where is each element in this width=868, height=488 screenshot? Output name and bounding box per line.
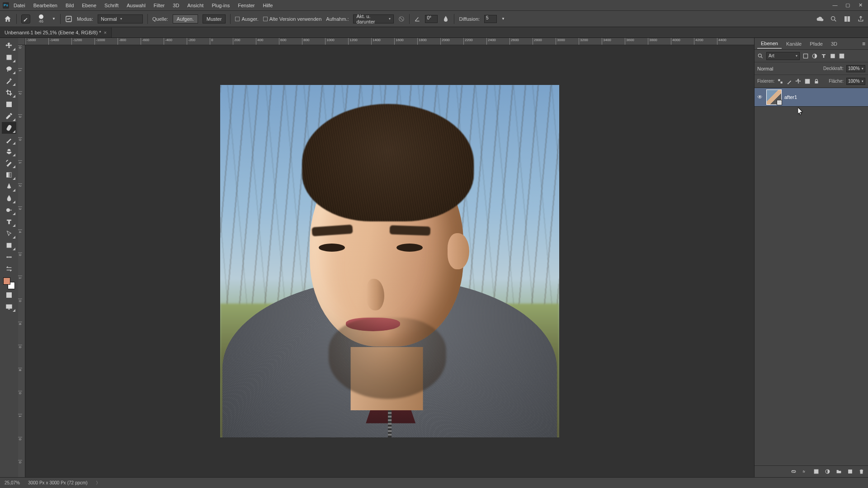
chevron-down-icon[interactable]: ▼ — [52, 17, 56, 21]
menu-bar: Ps Datei Bearbeiten Bild Ebene Schrift A… — [0, 0, 868, 11]
aligned-checkbox[interactable]: Ausger. — [235, 16, 258, 22]
menu-plugins[interactable]: Plug-ins — [208, 1, 233, 9]
window-maximize-icon[interactable]: ▢ — [844, 2, 851, 8]
color-swatch[interactable] — [3, 277, 15, 289]
healing-brush-tool[interactable] — [2, 122, 16, 134]
move-tool[interactable] — [2, 40, 16, 52]
layer-filter-dropdown[interactable]: Art — [766, 52, 800, 60]
fill-input[interactable]: 100% — [846, 78, 865, 85]
canvas-area[interactable]: -1600-1400-1200-1000-800-600-400-2000200… — [18, 38, 754, 477]
tab-3d[interactable]: 3D — [827, 39, 841, 48]
type-tool[interactable] — [2, 216, 16, 228]
source-pattern-button[interactable]: Muster — [203, 14, 226, 23]
layer-name[interactable]: after1 — [784, 94, 797, 100]
menu-file[interactable]: Datei — [10, 1, 29, 9]
close-tab-icon[interactable]: × — [104, 30, 106, 35]
tool-preset-icon[interactable] — [21, 14, 30, 23]
menu-layer[interactable]: Ebene — [78, 1, 100, 9]
search-icon[interactable] — [757, 53, 764, 59]
trash-icon[interactable] — [859, 469, 864, 474]
visibility-icon[interactable]: 👁 — [756, 94, 764, 100]
menu-window[interactable]: Fenster — [234, 1, 258, 9]
eyedropper-tool[interactable] — [2, 110, 16, 122]
source-sampled-button[interactable]: Aufgen. — [173, 14, 198, 23]
status-arrow-icon[interactable]: 〉 — [96, 480, 100, 486]
screenmode-tool[interactable] — [2, 301, 16, 313]
home-icon[interactable] — [4, 15, 12, 23]
cloud-icon[interactable] — [816, 15, 824, 23]
edit-toolbar-icon[interactable] — [2, 263, 16, 275]
lock-trans-icon[interactable] — [777, 78, 783, 84]
gradient-tool[interactable] — [2, 169, 16, 181]
search-icon[interactable] — [830, 15, 837, 23]
blend-mode-dropdown[interactable]: Normal — [98, 14, 143, 23]
filter-adjust-icon[interactable] — [811, 53, 818, 59]
layer-thumbnail[interactable]: ▣ — [766, 89, 782, 105]
link-icon[interactable] — [791, 469, 797, 474]
workspace-icon[interactable] — [844, 15, 851, 23]
canvas-image[interactable] — [220, 85, 559, 437]
history-brush-tool[interactable] — [2, 157, 16, 169]
diffusion-input[interactable]: 5 — [484, 15, 497, 23]
lock-pixel-icon[interactable] — [786, 78, 793, 84]
window-close-icon[interactable]: ✕ — [857, 2, 863, 8]
lock-pos-icon[interactable] — [795, 78, 802, 84]
mask-icon[interactable] — [813, 469, 819, 474]
new-layer-icon[interactable] — [847, 469, 853, 474]
brush-panel-icon[interactable] — [65, 15, 72, 23]
group-icon[interactable] — [836, 469, 842, 474]
brush-preview[interactable]: 46 — [35, 14, 47, 23]
ignore-adjust-icon[interactable] — [398, 16, 405, 22]
wand-tool[interactable] — [2, 75, 16, 87]
frame-tool[interactable] — [2, 99, 16, 110]
menu-edit[interactable]: Bearbeiten — [30, 1, 61, 9]
zoom-level[interactable]: 25,07% — [5, 480, 20, 485]
filter-shape-icon[interactable] — [830, 53, 836, 59]
vertical-ruler: 01230123401060801000 — [18, 45, 25, 477]
menu-image[interactable]: Bild — [62, 1, 77, 9]
chevron-down-icon[interactable]: ▼ — [501, 17, 505, 21]
window-minimize-icon[interactable]: — — [832, 2, 838, 8]
angle-icon[interactable] — [414, 16, 420, 22]
clone-stamp-tool[interactable] — [2, 145, 16, 157]
lock-nest-icon[interactable] — [804, 78, 811, 84]
layer-row[interactable]: 👁 ▣ after1 — [755, 88, 868, 107]
opacity-input[interactable]: 100% — [846, 65, 865, 72]
lock-all-icon[interactable] — [813, 78, 820, 84]
menu-type[interactable]: Schrift — [101, 1, 122, 9]
document-tab[interactable]: Unbenannt-1 bei 25,1% (Ebene 4, RGB/8) *… — [0, 28, 112, 38]
shape-tool[interactable] — [2, 239, 16, 251]
path-select-tool[interactable] — [2, 228, 16, 239]
menu-view[interactable]: Ansicht — [184, 1, 207, 9]
brush-tool[interactable] — [2, 134, 16, 145]
angle-input[interactable]: 0° — [425, 15, 438, 23]
menu-help[interactable]: Hilfe — [259, 1, 276, 9]
pen-tool[interactable] — [2, 181, 16, 192]
panel-menu-icon[interactable]: ≡ — [862, 41, 865, 47]
more-tool[interactable] — [2, 251, 16, 263]
quickmask-tool[interactable] — [2, 289, 16, 301]
filter-type-icon[interactable] — [821, 53, 827, 59]
sample-dropdown[interactable]: Akt. u. darunter — [353, 14, 394, 23]
lasso-tool[interactable] — [2, 63, 16, 75]
menu-filter[interactable]: Filter — [150, 1, 168, 9]
filter-pixel-icon[interactable] — [802, 53, 809, 59]
document-info[interactable]: 3000 Px x 3000 Px (72 ppcm) — [28, 480, 88, 485]
filter-smart-icon[interactable] — [839, 53, 845, 59]
layer-blend-dropdown[interactable]: Normal — [757, 66, 807, 71]
share-icon[interactable] — [857, 15, 864, 23]
tab-paths[interactable]: Pfade — [806, 39, 826, 48]
marquee-tool[interactable] — [2, 52, 16, 63]
crop-tool[interactable] — [2, 87, 16, 99]
legacy-checkbox[interactable]: Alte Version verwenden — [263, 16, 322, 22]
dodge-tool[interactable] — [2, 204, 16, 216]
fx-icon[interactable]: fx — [802, 469, 808, 474]
tab-layers[interactable]: Ebenen — [757, 39, 782, 49]
svg-point-32 — [815, 470, 817, 472]
pressure-icon[interactable] — [442, 15, 449, 23]
tab-channels[interactable]: Kanäle — [783, 39, 805, 48]
adjust-icon[interactable] — [825, 469, 830, 474]
menu-3d[interactable]: 3D — [169, 1, 183, 9]
menu-select[interactable]: Auswahl — [123, 1, 149, 9]
blur-tool[interactable] — [2, 192, 16, 204]
